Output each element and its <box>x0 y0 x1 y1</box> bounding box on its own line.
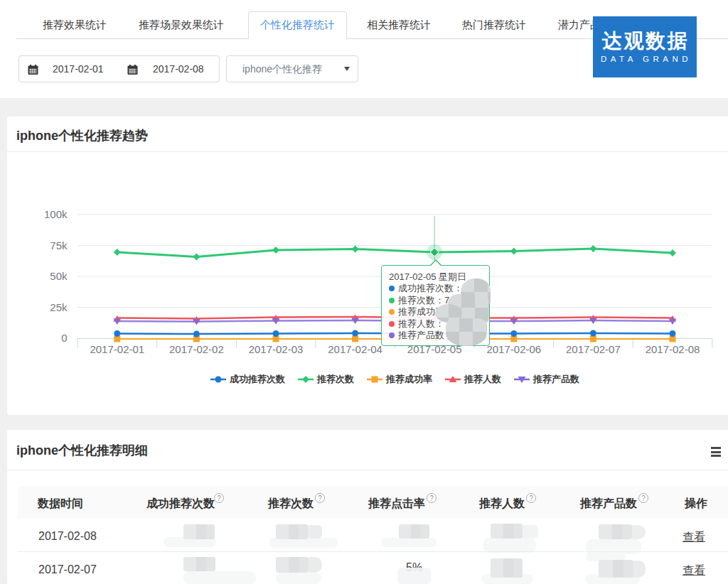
svg-text:75k: 75k <box>50 239 68 252</box>
svg-text:2017-02-07: 2017-02-07 <box>566 343 621 355</box>
svg-text:25k: 25k <box>50 301 68 313</box>
svg-text:0: 0 <box>61 332 67 344</box>
svg-text:2017-02-04: 2017-02-04 <box>328 343 382 355</box>
svg-text:2017-02-08: 2017-02-08 <box>646 343 700 355</box>
svg-text:2017-02-02: 2017-02-02 <box>169 343 224 355</box>
svg-text:50k: 50k <box>50 270 68 282</box>
svg-text:100k: 100k <box>44 208 68 220</box>
svg-text:2017-02-03: 2017-02-03 <box>249 343 304 355</box>
svg-text:2017-02-06: 2017-02-06 <box>486 343 541 355</box>
svg-text:2017-02-01: 2017-02-01 <box>90 343 144 355</box>
